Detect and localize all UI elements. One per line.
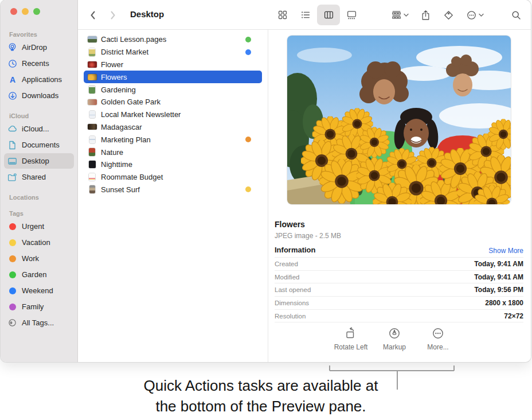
markup-button[interactable]: Markup [373, 327, 416, 351]
file-tag-dot [245, 137, 251, 142]
file-row-nature[interactable]: Nature [84, 146, 262, 158]
preview-pane: Flowers JPEG image - 2.5 MB Information … [268, 30, 531, 362]
share-button[interactable] [416, 5, 435, 25]
file-name: Local Market Newsletter [101, 110, 181, 119]
show-more-link[interactable]: Show More [488, 247, 523, 255]
file-thumbnail [87, 72, 97, 82]
column-view-icon [324, 10, 334, 20]
info-value: Today, 9:56 PM [474, 286, 523, 294]
info-label: Last opened [275, 286, 311, 293]
information-header: Information [275, 246, 316, 254]
quick-action-label: Rotate Left [334, 343, 368, 351]
info-row-last-opened: Last opened Today, 9:56 PM [275, 283, 523, 297]
file-tag-dot [245, 37, 251, 42]
toolbar: Desktop [78, 0, 531, 30]
tag-color-dot [7, 286, 18, 296]
chevron-down-icon [479, 13, 484, 17]
file-row-roommate-budget[interactable]: Roommate Budget [84, 171, 262, 184]
preview-file-name: Flowers [275, 220, 305, 229]
file-tag-dot [245, 186, 251, 192]
tag-color-dot [7, 221, 18, 232]
info-label: Created [275, 260, 298, 267]
file-row-marketing-plan[interactable]: Marketing Plan [84, 133, 262, 146]
rotate-left-button[interactable]: Rotate Left [329, 327, 373, 351]
sidebar-item-applications[interactable]: A Applications [4, 72, 74, 87]
view-switcher [271, 5, 363, 25]
sidebar-item-label: AirDrop [22, 43, 47, 52]
more-quick-actions-button[interactable]: More... [416, 327, 460, 351]
quick-actions: Rotate Left Markup [263, 327, 526, 351]
minimize-window-icon[interactable] [22, 8, 29, 15]
preview-file-meta: JPEG image - 2.5 MB [275, 232, 341, 240]
icon-view-button[interactable] [271, 5, 294, 25]
file-name: Madagascar [101, 123, 142, 131]
sidebar-item-label: All Tags... [22, 318, 54, 327]
forward-button[interactable] [106, 8, 120, 22]
sidebar-item-airdrop[interactable]: AirDrop [4, 40, 74, 55]
sidebar-item-shared[interactable]: Shared [4, 169, 74, 185]
column-view-button[interactable] [317, 5, 340, 25]
window-title: Desktop [130, 9, 164, 19]
info-label: Modified [275, 274, 299, 281]
file-row-flower[interactable]: Flower [84, 59, 262, 71]
sidebar-item-desktop[interactable]: Desktop [4, 153, 74, 169]
sidebar-item-recents[interactable]: Recents [4, 56, 74, 71]
clock-icon [7, 59, 18, 69]
tags-button[interactable] [439, 5, 457, 25]
file-thumbnail [87, 110, 97, 119]
sidebar-item-label: Applications [22, 75, 62, 84]
document-icon [7, 140, 18, 150]
more-circle-icon [467, 10, 476, 20]
sidebar-item-label: Downloads [22, 91, 58, 100]
file-row-nighttime[interactable]: Nighttime [84, 158, 262, 171]
file-thumbnail [87, 85, 97, 95]
svg-text:A: A [9, 75, 15, 84]
file-row-flowers-selected[interactable]: Flowers [84, 71, 262, 83]
file-row-local-market-newsletter[interactable]: Local Market Newsletter [84, 108, 262, 121]
sidebar-item-label: Shared [22, 173, 46, 181]
file-row-sunset-surf[interactable]: Sunset Surf [84, 184, 262, 196]
info-value: Today, 9:41 AM [474, 273, 523, 281]
chevron-down-icon [404, 13, 409, 17]
caption-line-2: the bottom of the Preview pane. [0, 396, 527, 417]
sidebar-item-tag-weekend[interactable]: Weekend [4, 283, 74, 298]
sidebar-item-tag-urgent[interactable]: Urgent [4, 219, 74, 234]
tag-icon [444, 10, 453, 20]
file-row-district-market[interactable]: District Market [84, 46, 262, 59]
tag-color-dot [7, 270, 18, 280]
tag-color-dot [7, 254, 18, 264]
more-actions-button[interactable] [460, 5, 491, 25]
preview-photo [287, 36, 511, 204]
file-thumbnail [87, 34, 97, 44]
file-row-madagascar[interactable]: Madagascar [84, 121, 262, 134]
group-by-button[interactable] [385, 5, 416, 25]
sidebar-item-icloud-drive[interactable]: iCloud... [4, 121, 74, 137]
sidebar-item-tag-family[interactable]: Family [4, 299, 74, 314]
sidebar-item-tag-vacation[interactable]: Vacation [4, 235, 74, 250]
file-name: Golden Gate Park [101, 98, 161, 106]
file-name: Flower [101, 60, 123, 69]
file-row-golden-gate-park[interactable]: Golden Gate Park [84, 96, 262, 108]
file-thumbnail [87, 97, 97, 107]
shared-folder-icon [7, 172, 18, 182]
info-label: Dimensions [275, 300, 309, 306]
sidebar-item-tag-garden[interactable]: Garden [4, 267, 74, 282]
close-window-icon[interactable] [10, 8, 17, 15]
search-button[interactable] [507, 5, 525, 25]
sidebar-item-downloads[interactable]: Downloads [4, 88, 74, 103]
file-tag-dot [245, 49, 251, 55]
caption-text: Quick Actions tasks are available at the… [0, 376, 527, 417]
zoom-window-icon[interactable] [33, 8, 40, 15]
sidebar-item-documents[interactable]: Documents [4, 137, 74, 153]
sidebar-item-tag-work[interactable]: Work [4, 251, 74, 266]
file-name: Cacti Lesson.pages [101, 35, 166, 44]
file-row-cacti-lesson[interactable]: Cacti Lesson.pages [84, 33, 262, 46]
more-icon [432, 327, 444, 340]
back-button[interactable] [86, 8, 100, 22]
list-view-button[interactable] [294, 5, 317, 25]
quick-action-label: Markup [383, 343, 406, 351]
gallery-view-button[interactable] [340, 5, 363, 25]
sidebar-item-all-tags[interactable]: All Tags... [4, 315, 74, 330]
search-icon [511, 10, 521, 20]
file-row-gardening[interactable]: Gardening [84, 83, 262, 96]
